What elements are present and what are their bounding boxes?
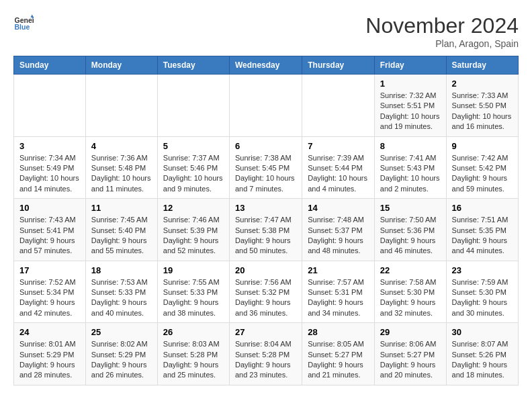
column-header-thursday: Thursday bbox=[302, 56, 375, 75]
calendar-table: SundayMondayTuesdayWednesdayThursdayFrid… bbox=[13, 56, 519, 385]
day-number: 5 bbox=[163, 141, 224, 151]
day-number: 29 bbox=[380, 327, 441, 337]
day-number: 2 bbox=[452, 79, 513, 89]
calendar-cell: 9Sunrise: 7:42 AMSunset: 5:42 PMDaylight… bbox=[446, 136, 518, 199]
calendar-cell: 12Sunrise: 7:46 AMSunset: 5:39 PMDayligh… bbox=[157, 199, 229, 261]
calendar-cell: 13Sunrise: 7:47 AMSunset: 5:38 PMDayligh… bbox=[229, 199, 302, 261]
column-header-friday: Friday bbox=[374, 56, 446, 75]
week-row-2: 3Sunrise: 7:34 AMSunset: 5:49 PMDaylight… bbox=[14, 136, 519, 199]
day-info: Sunrise: 7:43 AMSunset: 5:41 PMDaylight:… bbox=[19, 215, 80, 257]
column-header-wednesday: Wednesday bbox=[229, 56, 302, 75]
day-number: 8 bbox=[380, 141, 441, 151]
week-row-3: 10Sunrise: 7:43 AMSunset: 5:41 PMDayligh… bbox=[14, 199, 519, 261]
day-number: 1 bbox=[380, 79, 441, 89]
day-number: 18 bbox=[91, 265, 152, 275]
day-number: 9 bbox=[452, 141, 513, 151]
day-number: 24 bbox=[19, 327, 80, 337]
day-info: Sunrise: 8:05 AMSunset: 5:27 PMDaylight:… bbox=[308, 339, 369, 381]
day-number: 28 bbox=[308, 327, 369, 337]
day-info: Sunrise: 7:41 AMSunset: 5:43 PMDaylight:… bbox=[380, 153, 441, 195]
calendar-cell: 15Sunrise: 7:50 AMSunset: 5:36 PMDayligh… bbox=[374, 199, 446, 261]
calendar-cell: 29Sunrise: 8:06 AMSunset: 5:27 PMDayligh… bbox=[374, 323, 446, 385]
day-number: 30 bbox=[452, 327, 513, 337]
svg-text:Blue: Blue bbox=[15, 23, 30, 31]
calendar-cell: 11Sunrise: 7:45 AMSunset: 5:40 PMDayligh… bbox=[85, 199, 157, 261]
day-number: 10 bbox=[19, 203, 80, 213]
day-number: 25 bbox=[91, 327, 152, 337]
day-info: Sunrise: 7:51 AMSunset: 5:35 PMDaylight:… bbox=[452, 215, 513, 257]
calendar-cell: 28Sunrise: 8:05 AMSunset: 5:27 PMDayligh… bbox=[302, 323, 375, 385]
day-number: 23 bbox=[452, 265, 513, 275]
day-info: Sunrise: 7:52 AMSunset: 5:34 PMDaylight:… bbox=[19, 277, 80, 319]
calendar-cell bbox=[302, 75, 375, 137]
calendar-header-row: SundayMondayTuesdayWednesdayThursdayFrid… bbox=[14, 56, 519, 75]
calendar-cell: 23Sunrise: 7:59 AMSunset: 5:30 PMDayligh… bbox=[446, 261, 518, 323]
calendar-cell: 10Sunrise: 7:43 AMSunset: 5:41 PMDayligh… bbox=[14, 199, 86, 261]
column-header-monday: Monday bbox=[85, 56, 157, 75]
day-info: Sunrise: 7:53 AMSunset: 5:33 PMDaylight:… bbox=[91, 277, 152, 319]
day-number: 16 bbox=[452, 203, 513, 213]
calendar-cell: 21Sunrise: 7:57 AMSunset: 5:31 PMDayligh… bbox=[302, 261, 375, 323]
month-title: November 2024 bbox=[365, 13, 519, 38]
day-info: Sunrise: 7:48 AMSunset: 5:37 PMDaylight:… bbox=[308, 215, 369, 257]
calendar-cell: 22Sunrise: 7:58 AMSunset: 5:30 PMDayligh… bbox=[374, 261, 446, 323]
day-info: Sunrise: 7:57 AMSunset: 5:31 PMDaylight:… bbox=[308, 277, 369, 319]
day-info: Sunrise: 7:45 AMSunset: 5:40 PMDaylight:… bbox=[91, 215, 152, 257]
day-info: Sunrise: 7:46 AMSunset: 5:39 PMDaylight:… bbox=[163, 215, 224, 257]
day-info: Sunrise: 7:56 AMSunset: 5:32 PMDaylight:… bbox=[235, 277, 296, 319]
day-info: Sunrise: 8:04 AMSunset: 5:28 PMDaylight:… bbox=[235, 339, 296, 381]
day-number: 19 bbox=[163, 265, 224, 275]
calendar-cell: 7Sunrise: 7:39 AMSunset: 5:44 PMDaylight… bbox=[302, 136, 375, 199]
column-header-sunday: Sunday bbox=[14, 56, 86, 75]
logo: General Blue bbox=[13, 13, 34, 34]
day-number: 6 bbox=[235, 141, 296, 151]
day-info: Sunrise: 7:36 AMSunset: 5:48 PMDaylight:… bbox=[91, 153, 152, 195]
calendar-cell bbox=[229, 75, 302, 137]
calendar-cell bbox=[85, 75, 157, 137]
day-info: Sunrise: 7:37 AMSunset: 5:46 PMDaylight:… bbox=[163, 153, 224, 195]
calendar-cell: 5Sunrise: 7:37 AMSunset: 5:46 PMDaylight… bbox=[157, 136, 229, 199]
location: Plan, Aragon, Spain bbox=[365, 38, 519, 49]
day-number: 15 bbox=[380, 203, 441, 213]
day-number: 12 bbox=[163, 203, 224, 213]
day-number: 11 bbox=[91, 203, 152, 213]
day-number: 26 bbox=[163, 327, 224, 337]
day-info: Sunrise: 7:50 AMSunset: 5:36 PMDaylight:… bbox=[380, 215, 441, 257]
day-info: Sunrise: 7:38 AMSunset: 5:45 PMDaylight:… bbox=[235, 153, 296, 195]
calendar-cell: 26Sunrise: 8:03 AMSunset: 5:28 PMDayligh… bbox=[157, 323, 229, 385]
calendar-cell: 14Sunrise: 7:48 AMSunset: 5:37 PMDayligh… bbox=[302, 199, 375, 261]
title-block: November 2024 Plan, Aragon, Spain bbox=[365, 13, 519, 49]
calendar-cell: 19Sunrise: 7:55 AMSunset: 5:33 PMDayligh… bbox=[157, 261, 229, 323]
calendar-cell: 6Sunrise: 7:38 AMSunset: 5:45 PMDaylight… bbox=[229, 136, 302, 199]
page-header: General Blue November 2024 Plan, Aragon,… bbox=[13, 13, 519, 49]
column-header-saturday: Saturday bbox=[446, 56, 518, 75]
day-info: Sunrise: 7:34 AMSunset: 5:49 PMDaylight:… bbox=[19, 153, 80, 195]
day-info: Sunrise: 7:39 AMSunset: 5:44 PMDaylight:… bbox=[308, 153, 369, 195]
day-number: 20 bbox=[235, 265, 296, 275]
calendar-cell: 25Sunrise: 8:02 AMSunset: 5:29 PMDayligh… bbox=[85, 323, 157, 385]
day-number: 27 bbox=[235, 327, 296, 337]
day-number: 3 bbox=[19, 141, 80, 151]
day-info: Sunrise: 7:59 AMSunset: 5:30 PMDaylight:… bbox=[452, 277, 513, 319]
calendar-cell bbox=[157, 75, 229, 137]
day-info: Sunrise: 7:42 AMSunset: 5:42 PMDaylight:… bbox=[452, 153, 513, 195]
calendar-cell: 20Sunrise: 7:56 AMSunset: 5:32 PMDayligh… bbox=[229, 261, 302, 323]
calendar-cell: 30Sunrise: 8:07 AMSunset: 5:26 PMDayligh… bbox=[446, 323, 518, 385]
column-header-tuesday: Tuesday bbox=[157, 56, 229, 75]
day-info: Sunrise: 7:32 AMSunset: 5:51 PMDaylight:… bbox=[380, 91, 441, 132]
day-info: Sunrise: 8:03 AMSunset: 5:28 PMDaylight:… bbox=[163, 339, 224, 381]
calendar-cell: 1Sunrise: 7:32 AMSunset: 5:51 PMDaylight… bbox=[374, 75, 446, 137]
day-number: 17 bbox=[19, 265, 80, 275]
day-info: Sunrise: 8:01 AMSunset: 5:29 PMDaylight:… bbox=[19, 339, 80, 381]
calendar-cell: 17Sunrise: 7:52 AMSunset: 5:34 PMDayligh… bbox=[14, 261, 86, 323]
calendar-cell: 4Sunrise: 7:36 AMSunset: 5:48 PMDaylight… bbox=[85, 136, 157, 199]
day-number: 4 bbox=[91, 141, 152, 151]
calendar-cell: 3Sunrise: 7:34 AMSunset: 5:49 PMDaylight… bbox=[14, 136, 86, 199]
day-number: 21 bbox=[308, 265, 369, 275]
calendar-cell: 16Sunrise: 7:51 AMSunset: 5:35 PMDayligh… bbox=[446, 199, 518, 261]
day-info: Sunrise: 7:58 AMSunset: 5:30 PMDaylight:… bbox=[380, 277, 441, 319]
day-info: Sunrise: 8:02 AMSunset: 5:29 PMDaylight:… bbox=[91, 339, 152, 381]
week-row-4: 17Sunrise: 7:52 AMSunset: 5:34 PMDayligh… bbox=[14, 261, 519, 323]
calendar-cell: 27Sunrise: 8:04 AMSunset: 5:28 PMDayligh… bbox=[229, 323, 302, 385]
day-number: 22 bbox=[380, 265, 441, 275]
